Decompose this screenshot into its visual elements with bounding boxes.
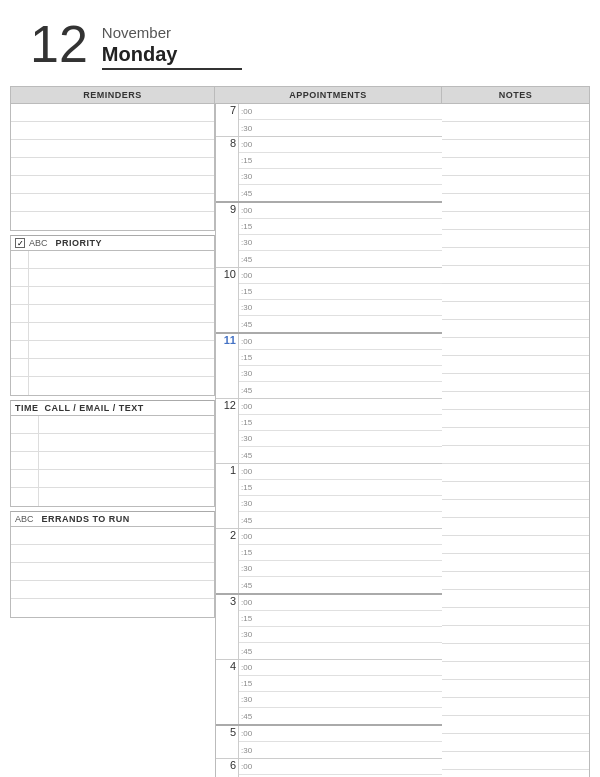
calltext-time-cell[interactable] bbox=[11, 488, 39, 506]
time-slot[interactable]: :45 bbox=[239, 382, 442, 398]
time-slot[interactable]: :15 bbox=[239, 350, 442, 366]
appointment-hour-row[interactable]: 3:00:15:30:45 bbox=[216, 595, 442, 660]
notes-row[interactable] bbox=[442, 212, 589, 230]
time-slot[interactable]: :15 bbox=[239, 611, 442, 627]
time-slot[interactable]: :15 bbox=[239, 284, 442, 300]
notes-row[interactable] bbox=[442, 248, 589, 266]
notes-row[interactable] bbox=[442, 410, 589, 428]
appointment-hour-row[interactable]: 4:00:15:30:45 bbox=[216, 660, 442, 726]
time-slot[interactable]: :45 bbox=[239, 447, 442, 463]
priority-check-cell[interactable] bbox=[11, 287, 29, 304]
time-slot[interactable]: :00 bbox=[239, 660, 442, 676]
priority-text-cell[interactable] bbox=[29, 305, 214, 322]
calltext-time-cell[interactable] bbox=[11, 416, 39, 433]
notes-row[interactable] bbox=[442, 176, 589, 194]
priority-text-cell[interactable] bbox=[29, 251, 214, 268]
notes-row[interactable] bbox=[442, 302, 589, 320]
time-slot[interactable]: :30 bbox=[239, 431, 442, 447]
time-slot[interactable]: :15 bbox=[239, 676, 442, 692]
notes-row[interactable] bbox=[442, 500, 589, 518]
priority-check-cell[interactable] bbox=[11, 341, 29, 358]
notes-row[interactable] bbox=[442, 644, 589, 662]
errands-row[interactable] bbox=[11, 545, 214, 563]
calltext-text-cell[interactable] bbox=[39, 434, 214, 451]
time-slot[interactable]: :30 bbox=[239, 692, 442, 708]
notes-row[interactable] bbox=[442, 356, 589, 374]
time-slot[interactable]: :45 bbox=[239, 643, 442, 659]
notes-row[interactable] bbox=[442, 140, 589, 158]
appointment-hour-row[interactable]: 10:00:15:30:45 bbox=[216, 268, 442, 334]
notes-row[interactable] bbox=[442, 590, 589, 608]
notes-row[interactable] bbox=[442, 482, 589, 500]
appointment-hour-row[interactable]: 8:00:15:30:45 bbox=[216, 137, 442, 203]
appointment-hour-row[interactable]: 1:00:15:30:45 bbox=[216, 464, 442, 529]
time-slot[interactable]: :45 bbox=[239, 512, 442, 528]
notes-row[interactable] bbox=[442, 104, 589, 122]
time-slot[interactable]: :30 bbox=[239, 742, 442, 758]
notes-row[interactable] bbox=[442, 320, 589, 338]
calltext-row[interactable] bbox=[11, 434, 214, 452]
appointment-hour-row[interactable]: 2:00:15:30:45 bbox=[216, 529, 442, 595]
calltext-time-cell[interactable] bbox=[11, 452, 39, 469]
notes-row[interactable] bbox=[442, 608, 589, 626]
time-slot[interactable]: :00 bbox=[239, 399, 442, 415]
time-slot[interactable]: :45 bbox=[239, 316, 442, 332]
notes-row[interactable] bbox=[442, 374, 589, 392]
time-slot[interactable]: :00 bbox=[239, 334, 442, 350]
time-slot[interactable]: :30 bbox=[239, 496, 442, 512]
priority-row[interactable] bbox=[11, 359, 214, 377]
appointment-hour-row[interactable]: 9:00:15:30:45 bbox=[216, 203, 442, 268]
notes-row[interactable] bbox=[442, 752, 589, 770]
notes-row[interactable] bbox=[442, 158, 589, 176]
time-slot[interactable]: :00 bbox=[239, 759, 442, 775]
calltext-row[interactable] bbox=[11, 488, 214, 506]
notes-row[interactable] bbox=[442, 518, 589, 536]
time-slot[interactable]: :15 bbox=[239, 545, 442, 561]
calltext-text-cell[interactable] bbox=[39, 488, 214, 506]
time-slot[interactable]: :30 bbox=[239, 300, 442, 316]
priority-row[interactable] bbox=[11, 323, 214, 341]
time-slot[interactable]: :15 bbox=[239, 153, 442, 169]
reminder-row[interactable] bbox=[11, 140, 214, 158]
notes-row[interactable] bbox=[442, 572, 589, 590]
priority-text-cell[interactable] bbox=[29, 287, 214, 304]
time-slot[interactable]: :45 bbox=[239, 185, 442, 201]
time-slot[interactable]: :15 bbox=[239, 415, 442, 431]
notes-row[interactable] bbox=[442, 266, 589, 284]
notes-row[interactable] bbox=[442, 680, 589, 698]
appointment-hour-row[interactable]: 6:00:30 bbox=[216, 759, 442, 777]
calltext-row[interactable] bbox=[11, 470, 214, 488]
notes-row[interactable] bbox=[442, 662, 589, 680]
time-slot[interactable]: :45 bbox=[239, 577, 442, 593]
errands-row[interactable] bbox=[11, 527, 214, 545]
appointment-hour-row[interactable]: 7:00:30 bbox=[216, 104, 442, 137]
calltext-time-cell[interactable] bbox=[11, 470, 39, 487]
notes-row[interactable] bbox=[442, 716, 589, 734]
notes-row[interactable] bbox=[442, 698, 589, 716]
time-slot[interactable]: :00 bbox=[239, 203, 442, 219]
priority-check-cell[interactable] bbox=[11, 305, 29, 322]
time-slot[interactable]: :15 bbox=[239, 219, 442, 235]
errands-row[interactable] bbox=[11, 581, 214, 599]
notes-row[interactable] bbox=[442, 446, 589, 464]
appointment-hour-row[interactable]: 5:00:30 bbox=[216, 726, 442, 759]
time-slot[interactable]: :00 bbox=[239, 529, 442, 545]
reminder-row[interactable] bbox=[11, 176, 214, 194]
time-slot[interactable]: :30 bbox=[239, 366, 442, 382]
priority-text-cell[interactable] bbox=[29, 323, 214, 340]
calltext-time-cell[interactable] bbox=[11, 434, 39, 451]
time-slot[interactable]: :00 bbox=[239, 726, 442, 742]
time-slot[interactable]: :00 bbox=[239, 104, 442, 120]
priority-text-cell[interactable] bbox=[29, 341, 214, 358]
priority-text-cell[interactable] bbox=[29, 377, 214, 395]
time-slot[interactable]: :15 bbox=[239, 480, 442, 496]
time-slot[interactable]: :00 bbox=[239, 137, 442, 153]
time-slot[interactable]: :00 bbox=[239, 464, 442, 480]
priority-check-cell[interactable] bbox=[11, 377, 29, 395]
notes-row[interactable] bbox=[442, 554, 589, 572]
reminder-row[interactable] bbox=[11, 158, 214, 176]
priority-text-cell[interactable] bbox=[29, 359, 214, 376]
priority-check-cell[interactable] bbox=[11, 269, 29, 286]
time-slot[interactable]: :30 bbox=[239, 120, 442, 136]
time-slot[interactable]: :30 bbox=[239, 627, 442, 643]
